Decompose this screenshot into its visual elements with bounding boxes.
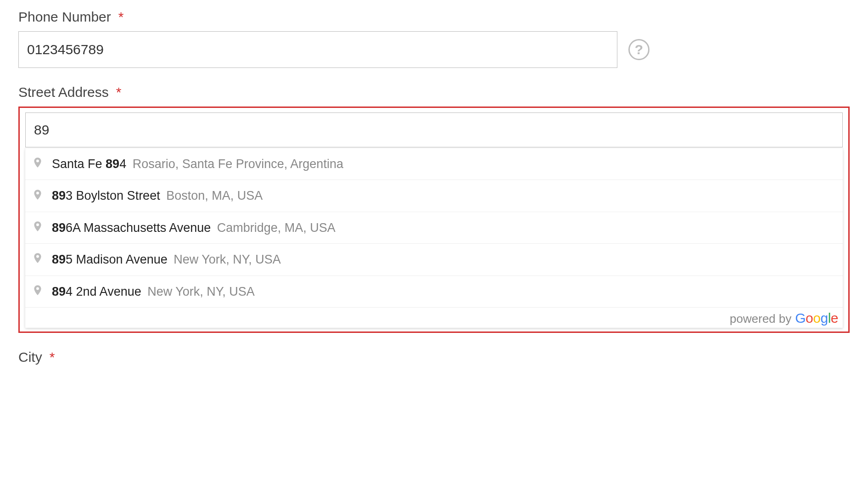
- street-label: Street Address: [18, 84, 109, 100]
- suggestion-item[interactable]: 894 2nd Avenue New York, NY, USA: [25, 276, 843, 308]
- map-pin-icon: [32, 252, 44, 267]
- map-pin-icon: [32, 220, 44, 235]
- suggestion-item[interactable]: 896A Massachusetts Avenue Cambridge, MA,…: [25, 212, 843, 244]
- map-pin-icon: [32, 157, 44, 171]
- city-label: City: [18, 349, 42, 365]
- street-highlight-box: Santa Fe 894 Rosario, Santa Fe Province,…: [18, 107, 850, 333]
- map-pin-icon: [32, 284, 44, 299]
- suggestion-text: Santa Fe 894 Rosario, Santa Fe Province,…: [52, 157, 343, 171]
- suggestion-text: 895 Madison Avenue New York, NY, USA: [52, 252, 281, 267]
- suggestion-item[interactable]: Santa Fe 894 Rosario, Santa Fe Province,…: [25, 148, 843, 180]
- suggestion-text: 893 Boylston Street Boston, MA, USA: [52, 188, 263, 203]
- phone-label: Phone Number: [18, 9, 111, 25]
- required-asterisk: *: [50, 349, 55, 365]
- suggestion-item[interactable]: 895 Madison Avenue New York, NY, USA: [25, 244, 843, 275]
- city-group: City *: [18, 349, 850, 365]
- google-logo: Google: [795, 310, 838, 326]
- phone-input-row: ?: [18, 31, 850, 68]
- powered-by-row: powered by Google: [25, 308, 843, 328]
- autocomplete-dropdown: Santa Fe 894 Rosario, Santa Fe Province,…: [25, 148, 843, 328]
- street-address-group: Street Address * Santa Fe 894 Rosario, S…: [18, 84, 850, 333]
- suggestion-text: 894 2nd Avenue New York, NY, USA: [52, 284, 255, 299]
- powered-by-label: powered by: [730, 312, 791, 326]
- phone-label-row: Phone Number *: [18, 9, 850, 25]
- street-label-row: Street Address *: [18, 84, 850, 100]
- help-icon[interactable]: ?: [628, 39, 650, 60]
- street-input[interactable]: [25, 112, 843, 147]
- required-asterisk: *: [118, 9, 124, 25]
- suggestion-text: 896A Massachusetts Avenue Cambridge, MA,…: [52, 220, 336, 235]
- phone-input[interactable]: [18, 31, 617, 68]
- required-asterisk: *: [116, 84, 122, 100]
- help-glyph: ?: [635, 42, 643, 57]
- map-pin-icon: [32, 189, 44, 203]
- city-label-row: City *: [18, 349, 850, 365]
- suggestion-item[interactable]: 893 Boylston Street Boston, MA, USA: [25, 180, 843, 212]
- phone-number-group: Phone Number * ?: [18, 9, 850, 68]
